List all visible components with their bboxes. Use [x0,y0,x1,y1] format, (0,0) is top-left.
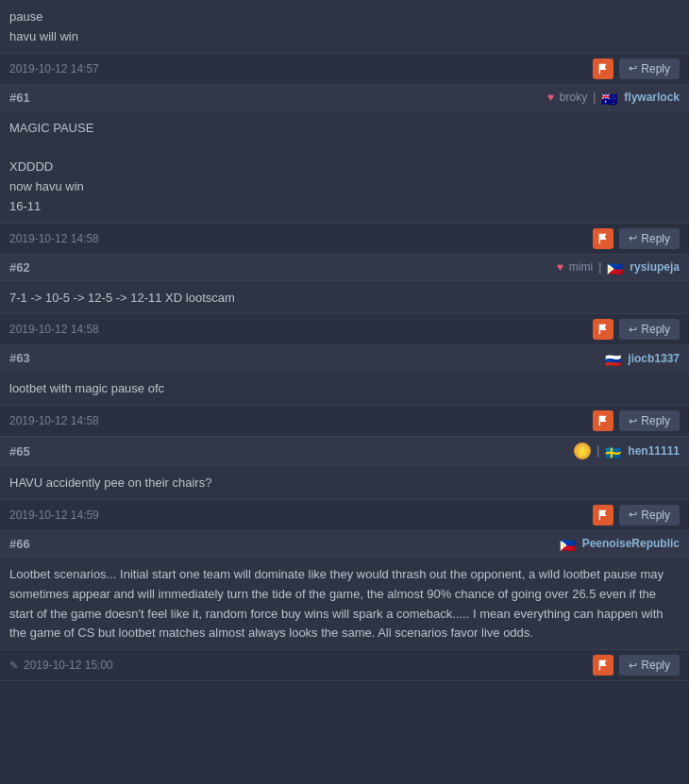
timestamp-66: 2019-10-12 15:00 [24,659,113,672]
comment-65-body: HAVU accidently pee on their chairs? [0,466,689,499]
flag-report-icon-62 [597,323,610,336]
timestamp-65: 2019-10-12 14:59 [9,509,99,522]
comment-63-header: #63 🇷🇺 jiocb1337 [0,345,689,372]
flag-66: 🇵🇭 [560,538,577,549]
partial-comment: pause havu will win 2019-10-12 14:57 ↩ R… [0,0,689,85]
comment-63-footer: 2019-10-12 14:58 ↩ Reply [0,405,689,436]
report-icon-63[interactable] [593,410,613,431]
reply-label-66: Reply [641,659,670,672]
reply-label: Reply [641,62,670,75]
reply-button-62[interactable]: ↩ Reply [619,319,680,340]
username-61[interactable]: flywarlock [624,91,680,104]
comment-61-line-2: XDDDD [9,158,680,177]
reply-arrow-icon-62: ↩ [629,324,637,336]
comment-61-number: #61 [9,91,30,105]
partial-timestamp: 2019-10-12 14:57 [9,62,99,75]
separator-61: | [593,91,596,104]
report-icon-62[interactable] [593,319,613,340]
footer-actions-66: ↩ Reply [593,655,680,676]
comment-61-footer: 2019-10-12 14:58 ↩ Reply [0,223,689,254]
comment-66-header: #66 🇵🇭 PeenoiseRepublic [0,531,689,558]
timestamp-61: 2019-10-12 14:58 [9,232,99,245]
flag-62: 🇵🇭 [607,261,624,273]
partial-footer-actions: ↩ Reply [593,58,680,79]
comment-61-header: #61 ♥ broky | 🇦🇺 flywarlock [0,85,689,111]
comment-61-line-4: 16-11 [9,197,680,217]
comment-61-line-blank [9,138,680,158]
flag-icon [597,62,610,75]
reply-label-62: Reply [641,323,670,336]
partial-line-1: pause [9,8,680,27]
comment-63-body: lootbet with magic pause ofc [0,372,689,405]
comment-66: #66 🇵🇭 PeenoiseRepublic Lootbet scenario… [0,531,689,681]
footer-actions-63: ↩ Reply [593,410,680,431]
timestamp-63: 2019-10-12 14:58 [9,414,99,427]
comment-61: #61 ♥ broky | 🇦🇺 flywarlock MAGIC PAUSE … [0,85,689,255]
username-62[interactable]: rysiupeja [630,260,680,274]
comment-65-line-1: HAVU accidently pee on their chairs? [9,474,680,493]
reply-arrow-icon-66: ↩ [629,659,637,672]
report-icon-65[interactable] [593,505,613,525]
comment-65-number: #65 [9,444,30,459]
comment-65-meta: ⭐ | 🇸🇪 hen11111 [574,442,680,459]
report-icon[interactable] [593,58,613,79]
comment-62-body: 7-1 -> 10-5 -> 12-5 -> 12-11 XD lootscam [0,281,689,314]
flag-65: 🇸🇪 [605,445,622,457]
reply-button[interactable]: ↩ Reply [619,58,680,79]
comment-66-meta: 🇵🇭 PeenoiseRepublic [560,537,680,550]
reply-label-65: Reply [641,509,670,522]
username-63[interactable]: jiocb1337 [628,352,680,365]
comment-65-footer: 2019-10-12 14:59 ↩ Reply [0,499,689,530]
reply-arrow-icon-61: ↩ [629,232,637,244]
footer-actions-62: ↩ Reply [593,319,680,340]
flag-report-icon-61 [597,232,610,245]
heart-icon-62: ♥ [557,260,563,274]
comment-66-line-1: Lootbet scenarios... Initial start one t… [9,565,680,643]
liked-by-61: broky [560,91,587,104]
comment-62-meta: ♥ mimi | 🇵🇭 rysiupeja [557,260,680,274]
comment-63-meta: 🇷🇺 jiocb1337 [605,352,680,365]
report-icon-61[interactable] [593,228,613,249]
special-icon-65: ⭐ [574,442,591,459]
comment-62-footer: 2019-10-12 14:58 ↩ Reply [0,313,689,344]
reply-button-65[interactable]: ↩ Reply [619,505,680,525]
reply-button-61[interactable]: ↩ Reply [619,228,680,249]
comment-66-number: #66 [9,537,30,551]
flag-report-icon-66 [597,659,610,672]
comment-63-number: #63 [9,351,30,365]
comment-61-body: MAGIC PAUSE XDDDD now havu win 16-11 [0,111,689,223]
reply-arrow-icon-65: ↩ [629,509,637,521]
report-icon-66[interactable] [593,655,613,676]
username-65[interactable]: hen11111 [628,444,680,458]
footer-actions-65: ↩ Reply [593,505,680,525]
reply-button-63[interactable]: ↩ Reply [619,410,680,431]
reply-arrow-icon-63: ↩ [629,415,637,427]
flag-report-icon-65 [597,509,610,522]
comment-62-number: #62 [9,260,30,275]
comment-61-meta: ♥ broky | 🇦🇺 flywarlock [547,91,680,104]
footer-actions-61: ↩ Reply [593,228,680,249]
comment-65-header: #65 ⭐ | 🇸🇪 hen11111 [0,437,689,466]
partial-comment-footer: 2019-10-12 14:57 ↩ Reply [0,53,689,84]
heart-icon: ♥ [547,91,554,104]
separator-65: | [597,444,599,458]
separator-62: | [598,260,601,274]
comment-62: #62 ♥ mimi | 🇵🇭 rysiupeja 7-1 -> 10-5 ->… [0,255,689,346]
comment-62-header: #62 ♥ mimi | 🇵🇭 rysiupeja [0,255,689,281]
edit-icon-66: ✎ [9,659,18,672]
username-66[interactable]: PeenoiseRepublic [582,537,680,550]
comment-61-line-3: now havu win [9,177,680,197]
flag-report-icon-63 [597,414,610,427]
reply-label-63: Reply [641,414,670,427]
liked-by-62: mimi [569,260,593,274]
comment-61-line-1: MAGIC PAUSE [9,119,680,139]
reply-label-61: Reply [641,232,670,245]
timestamp-area-66: ✎ 2019-10-12 15:00 [9,659,113,672]
reply-arrow-icon: ↩ [629,62,637,75]
comment-65: #65 ⭐ | 🇸🇪 hen11111 HAVU accidently pee … [0,437,689,531]
comment-62-line-1: 7-1 -> 10-5 -> 12-5 -> 12-11 XD lootscam [9,289,680,309]
comment-63: #63 🇷🇺 jiocb1337 lootbet with magic paus… [0,345,689,437]
comment-66-body: Lootbet scenarios... Initial start one t… [0,558,689,649]
partial-comment-body: pause havu will win [0,0,689,53]
reply-button-66[interactable]: ↩ Reply [619,655,680,676]
